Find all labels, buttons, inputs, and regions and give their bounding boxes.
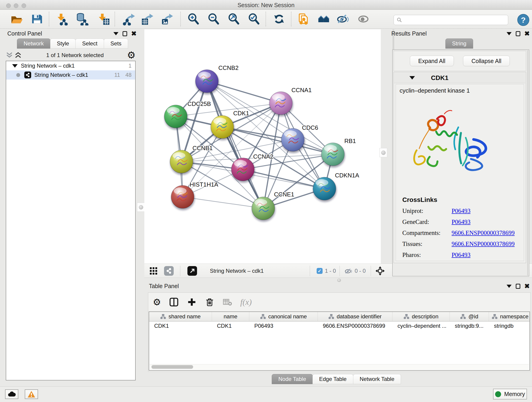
save-session-button[interactable] — [30, 12, 44, 26]
column-header-namespace[interactable]: namespace — [489, 312, 530, 321]
import-table-button[interactable] — [96, 12, 110, 26]
grid-view-icon[interactable] — [149, 266, 158, 275]
export-table-button[interactable] — [140, 12, 154, 26]
table-cell[interactable]: stringdb — [489, 322, 530, 330]
cloud-icon[interactable] — [5, 389, 18, 399]
network-node-HIST1H1A[interactable] — [171, 185, 194, 208]
warning-icon[interactable] — [25, 389, 38, 399]
table-cell[interactable]: P06493 — [249, 322, 318, 330]
table-cell[interactable]: stringdb:9... — [450, 322, 489, 330]
network-share-view-button[interactable] — [164, 266, 174, 276]
network-node-CCNE1[interactable] — [252, 197, 275, 220]
delete-column-trash-icon[interactable] — [205, 297, 215, 307]
left-splitter-handle[interactable] — [137, 203, 145, 212]
string-network-graph[interactable]: CCNB2CCNA1CDC25BCDK1CDC6RB1CCNB1CCNA2CDK… — [144, 29, 381, 264]
zoom-in-button[interactable] — [186, 12, 200, 26]
scrollbar-thumb[interactable] — [152, 365, 193, 369]
panel-float-icon[interactable] — [516, 31, 520, 36]
table-cell[interactable]: CDK1 — [149, 322, 212, 330]
network-node-RB1[interactable] — [322, 143, 344, 166]
panel-collapse-icon[interactable] — [507, 32, 512, 35]
collapse-all-icon[interactable] — [6, 52, 13, 59]
network-node-CCNB1[interactable] — [170, 150, 193, 173]
memory-button[interactable]: Memory — [493, 389, 527, 400]
table-horizontal-scrollbar[interactable] — [150, 364, 529, 369]
table-cell[interactable]: 9606.ENSP00000378699 — [318, 322, 393, 330]
tab-network-table[interactable]: Network Table — [353, 374, 401, 384]
crosslink-link[interactable]: P06493 — [452, 207, 471, 215]
tree-expander-icon[interactable] — [12, 64, 18, 68]
delete-table-icon[interactable] — [222, 297, 233, 307]
zoom-out-button[interactable] — [207, 12, 220, 26]
collapse-all-button[interactable]: Collapse All — [463, 56, 510, 66]
zoom-selected-button[interactable] — [247, 12, 261, 26]
table-cell[interactable]: cyclin–dependent ... — [393, 322, 450, 330]
crosslink-link[interactable]: P06493 — [452, 218, 471, 225]
tab-network[interactable]: Network — [17, 38, 51, 49]
detach-view-button[interactable] — [187, 266, 197, 276]
column-header-shared-name[interactable]: shared name — [149, 312, 212, 321]
table-options-gear-icon[interactable]: ⚙ — [153, 298, 161, 307]
tab-select[interactable]: Select — [75, 38, 104, 49]
import-network-button[interactable] — [55, 12, 69, 26]
crosslink-link[interactable]: 9606.ENSP00000378699 — [452, 240, 515, 248]
search-input[interactable] — [404, 17, 505, 23]
column-header--id[interactable]: @id — [450, 312, 489, 321]
export-network-button[interactable] — [122, 12, 136, 26]
network-node-CDC6[interactable] — [281, 128, 304, 151]
network-collection-row[interactable]: String Network – cdk1 1 — [6, 61, 135, 70]
panel-close-icon[interactable]: ✖ — [525, 31, 530, 36]
help-button[interactable]: ? — [517, 14, 529, 26]
gene-collapse-icon[interactable] — [409, 76, 415, 80]
clone-network-button[interactable] — [297, 12, 311, 26]
panel-collapse-icon[interactable] — [114, 32, 119, 35]
tab-sets[interactable]: Sets — [104, 38, 128, 49]
first-neighbors-button[interactable] — [317, 12, 331, 26]
network-node-CCNA1[interactable] — [269, 92, 292, 115]
export-image-button[interactable] — [160, 12, 174, 26]
zoom-fit-button[interactable] — [227, 12, 241, 26]
column-header-description[interactable]: description — [393, 312, 450, 321]
tab-string[interactable]: String — [445, 38, 473, 49]
refresh-icon[interactable] — [272, 12, 286, 26]
network-node-CDK1[interactable] — [211, 115, 234, 138]
hide-selected-button[interactable] — [336, 12, 350, 26]
tab-node-table[interactable]: Node Table — [272, 374, 313, 384]
results-scrollbar[interactable] — [527, 51, 528, 275]
network-node-CDC25B[interactable] — [164, 105, 187, 128]
tab-style[interactable]: Style — [50, 38, 76, 49]
right-splitter-handle[interactable] — [380, 148, 387, 157]
column-header-database-identifier[interactable]: database identifier — [318, 312, 393, 321]
expand-all-icon[interactable] — [14, 52, 22, 59]
add-column-icon[interactable] — [187, 297, 197, 307]
network-node-CCNB2[interactable] — [196, 70, 218, 93]
search-field[interactable] — [394, 15, 508, 25]
node-label-CDKN1A: CDKN1A — [335, 172, 359, 179]
panel-close-icon[interactable]: ✖ — [525, 284, 530, 289]
show-all-button[interactable] — [356, 12, 370, 26]
horizontal-splitter-handle[interactable] — [337, 279, 341, 282]
panel-close-icon[interactable]: ✖ — [131, 31, 137, 36]
gene-header[interactable]: CDK1 — [394, 73, 525, 83]
network-options-gear-icon[interactable]: ⚙ — [127, 51, 136, 60]
column-header-name[interactable]: name — [212, 312, 249, 321]
panel-float-icon[interactable] — [516, 284, 520, 289]
table-cell[interactable]: CDK1 — [212, 322, 249, 330]
crosslink-link[interactable]: P06493 — [452, 251, 471, 259]
tab-edge-table[interactable]: Edge Table — [312, 374, 353, 384]
column-header-canonical-name[interactable]: canonical name — [249, 312, 318, 321]
network-row-selected[interactable]: String Network – cdk1 11 48 — [6, 70, 135, 80]
panel-collapse-icon[interactable] — [507, 285, 512, 288]
table-row[interactable]: CDK1CDK1P064939606.ENSP00000378699cyclin… — [149, 322, 530, 330]
import-database-button[interactable] — [75, 12, 89, 26]
expand-all-button[interactable]: Expand All — [410, 56, 454, 66]
network-canvas[interactable]: CCNB2CCNA1CDC25BCDK1CDC6RB1CCNB1CCNA2CDK… — [144, 29, 381, 264]
open-session-button[interactable] — [10, 12, 23, 26]
crosslink-link[interactable]: 9606.ENSP00000378699 — [452, 230, 515, 236]
show-columns-icon[interactable] — [169, 297, 179, 307]
panel-float-icon[interactable] — [123, 31, 127, 36]
network-node-CCNA2[interactable] — [231, 158, 254, 181]
network-node-CDKN1A[interactable] — [313, 177, 336, 200]
pan-crosshair-icon[interactable] — [375, 266, 385, 276]
selected-checkbox-icon[interactable]: ✓ — [317, 268, 323, 274]
